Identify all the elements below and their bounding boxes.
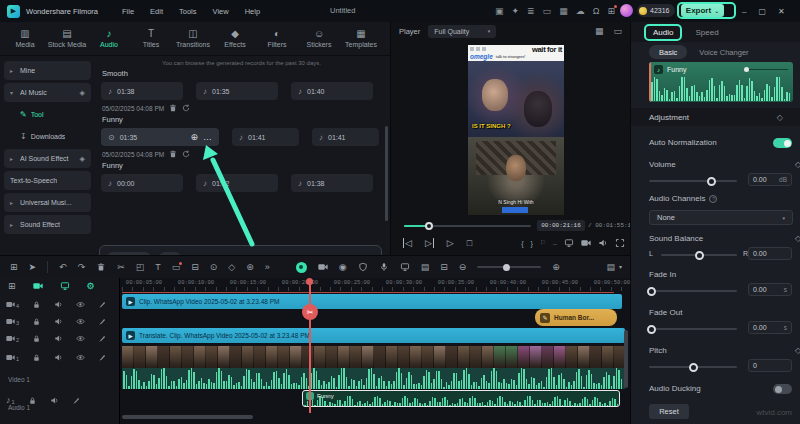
add-media-icon[interactable]: ⊞ xyxy=(8,282,16,291)
render-icon[interactable]: ⊛ xyxy=(246,263,254,272)
play-button[interactable]: ▷ xyxy=(447,238,454,248)
audio-channels-dropdown[interactable]: None ▾ xyxy=(649,210,793,225)
mask-icon[interactable]: ▭ xyxy=(172,263,181,272)
minimize-button[interactable]: – xyxy=(742,7,746,16)
balance-handle[interactable] xyxy=(695,251,704,260)
camera-icon[interactable] xyxy=(318,262,328,272)
keyframe-icon[interactable]: ⊟ xyxy=(191,263,199,272)
sidebar-item-text-to-speech[interactable]: Text-to-Speech xyxy=(4,171,91,190)
library-scrollbar[interactable] xyxy=(385,126,388,221)
motion-track-icon[interactable]: ⊙ xyxy=(210,263,218,272)
next-frame-button[interactable]: ▷ xyxy=(425,238,434,248)
lock-icon[interactable] xyxy=(32,329,41,347)
sidebar-item-ai-sound-effect[interactable]: ▸AI Sound Effect◈ xyxy=(4,149,91,168)
playhead[interactable] xyxy=(309,279,311,413)
timeline-zoom-slider[interactable] xyxy=(477,266,541,268)
cloud-icon[interactable]: ☁ xyxy=(576,6,585,16)
reset-adjustment-icon[interactable]: ◇ xyxy=(777,113,783,122)
record-button[interactable] xyxy=(296,262,307,273)
mute-icon[interactable] xyxy=(54,348,63,366)
fade-in-value[interactable]: 0.00s xyxy=(748,283,792,296)
subtab-voice-changer[interactable]: Voice Changer xyxy=(699,48,748,57)
sidebar-item-universal-musi-[interactable]: ▸Universal Musi... xyxy=(4,193,91,212)
reset-pitch-icon[interactable]: ◇ xyxy=(795,346,800,355)
volume-value[interactable]: 0.00dB xyxy=(748,173,792,186)
split-at-playhead-button[interactable]: ✂ xyxy=(302,304,318,320)
playhead-marker[interactable] xyxy=(306,278,313,285)
refresh-icon[interactable] xyxy=(182,104,190,112)
voiceover-mic-icon[interactable] xyxy=(379,262,389,272)
lock-icon[interactable] xyxy=(32,295,41,313)
timeline-vertical-scrollbar[interactable] xyxy=(624,330,628,388)
mark-in-button[interactable]: { xyxy=(521,240,523,247)
stop-button[interactable]: □ xyxy=(467,238,472,248)
settings-icon[interactable]: ⚙ xyxy=(87,282,95,291)
auto-normalization-toggle[interactable] xyxy=(773,138,792,148)
funny-audio-clip[interactable]: ♪ Funny xyxy=(302,390,620,407)
display-device-icon[interactable] xyxy=(564,238,574,248)
mute-icon[interactable] xyxy=(54,329,63,347)
visibility-icon[interactable] xyxy=(76,348,85,366)
tab-stickers[interactable]: ☺Stickers xyxy=(298,29,340,48)
reset-volume-icon[interactable]: ◇ xyxy=(795,160,800,169)
pitch-value[interactable]: 0 xyxy=(748,359,792,372)
pitch-handle[interactable] xyxy=(689,363,698,372)
video-clip-waveform[interactable] xyxy=(122,368,625,389)
balance-value[interactable]: 0.00 xyxy=(748,247,792,260)
playback-progress-bar[interactable] xyxy=(404,225,531,227)
zoom-handle[interactable] xyxy=(503,264,510,271)
tab-audio[interactable]: ♪Audio xyxy=(88,29,130,48)
track-manager-icon[interactable]: ▤ xyxy=(606,263,615,272)
lock-icon[interactable] xyxy=(32,348,41,366)
split-icon[interactable]: ✂ xyxy=(117,263,125,272)
menu-file[interactable]: File xyxy=(114,7,142,16)
menu-help[interactable]: Help xyxy=(237,7,268,16)
visibility-icon[interactable] xyxy=(76,312,85,330)
play-icon[interactable]: ⊙ xyxy=(108,133,115,142)
shield-icon[interactable] xyxy=(358,262,368,272)
snapshot-icon[interactable] xyxy=(581,238,591,248)
gift-icon[interactable]: ▣ xyxy=(495,6,504,16)
tab-audio[interactable]: Audio xyxy=(653,28,673,37)
crop-icon[interactable]: ◰ xyxy=(136,263,145,272)
screen-record-icon[interactable] xyxy=(400,262,410,272)
safe-area-icon[interactable]: ▭ xyxy=(613,27,622,36)
clip-track2[interactable]: ▶ Translate. Clip. WhatsApp Video 2025-0… xyxy=(122,328,625,343)
audio-clip-card[interactable]: ♪00:00 xyxy=(101,174,183,192)
tab-filters[interactable]: ◐Filters xyxy=(256,29,298,48)
tab-templates[interactable]: ▦Templates xyxy=(340,29,382,48)
remove-mark-icon[interactable]: – xyxy=(553,240,557,247)
volume-slider[interactable] xyxy=(649,180,737,182)
color-tag-icon[interactable] xyxy=(98,329,107,347)
coins-badge[interactable]: 42316 xyxy=(637,4,675,17)
maximize-button[interactable]: ▢ xyxy=(758,7,766,16)
mute-icon[interactable] xyxy=(54,295,63,313)
captions-icon[interactable]: ⊟ xyxy=(440,263,448,272)
color-tag-icon[interactable] xyxy=(98,312,107,330)
more-tools-icon[interactable]: » xyxy=(265,263,270,272)
tab-transitions[interactable]: ◫Transitions xyxy=(172,29,214,48)
text-icon[interactable]: T xyxy=(155,263,161,272)
media-library-icon[interactable]: ▦ xyxy=(559,6,568,16)
close-button[interactable]: ✕ xyxy=(778,7,785,16)
sidebar-item-sound-effect[interactable]: ▸Sound Effect xyxy=(4,215,91,234)
menu-tools[interactable]: Tools xyxy=(171,7,205,16)
color-tag-icon[interactable] xyxy=(72,391,81,409)
video-clip-thumbnails[interactable] xyxy=(122,346,625,368)
audio-clip-card[interactable]: ♪01:41 xyxy=(232,128,299,146)
media-browser-icon[interactable]: ⊞ xyxy=(10,263,18,272)
more-options-button[interactable]: … xyxy=(203,132,212,142)
tab-titles[interactable]: TTitles xyxy=(130,29,172,48)
timeline-horizontal-scrollbar[interactable] xyxy=(122,415,253,419)
tab-stock-media[interactable]: ▤Stock Media xyxy=(46,29,88,48)
add-to-timeline-button[interactable]: ⊕ xyxy=(190,132,198,142)
pitch-slider[interactable] xyxy=(649,366,737,368)
user-avatar[interactable] xyxy=(620,4,633,17)
tab-media[interactable]: ▥Media xyxy=(4,29,46,48)
render-preview-icon[interactable]: ⚐ xyxy=(540,239,546,247)
reset-button[interactable]: Reset xyxy=(649,404,689,419)
export-button[interactable]: Export ⌄ xyxy=(681,4,724,17)
device-icon[interactable]: ▭ xyxy=(543,6,552,16)
mute-icon[interactable] xyxy=(54,312,63,330)
clip-icon[interactable]: ▤ xyxy=(421,263,430,272)
